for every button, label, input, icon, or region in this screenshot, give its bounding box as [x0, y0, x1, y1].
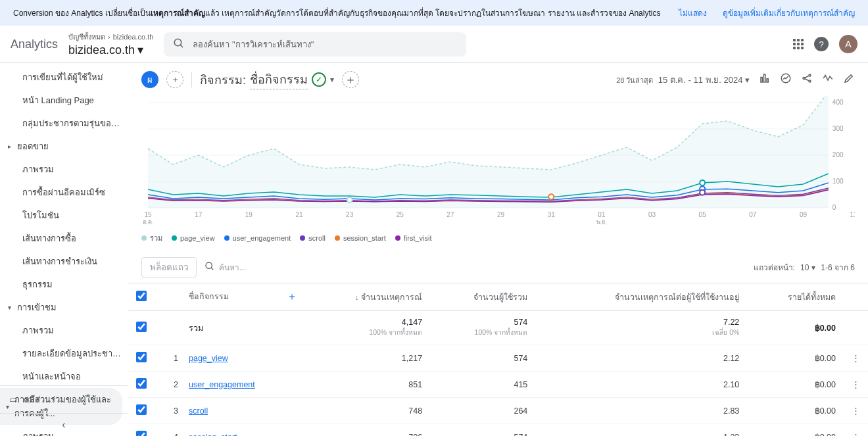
plot-rows-button[interactable]: พล็อตแถว [141, 257, 197, 278]
sidebar-item[interactable]: รายละเอียดข้อมูลประชากร [0, 342, 128, 365]
sidebar-item[interactable]: โปรโมชัน [0, 204, 128, 227]
share-icon[interactable] [801, 72, 813, 87]
svg-point-7 [809, 74, 811, 76]
legend-item[interactable]: scroll [300, 234, 326, 242]
sidebar-item[interactable]: หน้า Landing Page [0, 89, 128, 112]
analytics-logo: Analytics [11, 37, 58, 51]
apps-icon[interactable] [793, 39, 804, 49]
select-all-checkbox[interactable] [136, 291, 147, 301]
svg-point-40 [700, 180, 705, 185]
table-search-input[interactable]: ค้นหา... [205, 261, 246, 274]
svg-text:05: 05 [699, 211, 707, 218]
table-row: 4 session_start 706 574 1.23 ฿0.00 ⋮ [128, 424, 868, 437]
svg-text:400: 400 [832, 99, 844, 106]
row-menu-icon[interactable]: ⋮ [852, 380, 860, 389]
row-checkbox[interactable] [136, 352, 147, 362]
chevron-down-icon[interactable]: ▾ [330, 75, 334, 84]
svg-point-43 [206, 262, 212, 268]
legend-item[interactable]: user_engagement [224, 234, 291, 242]
banner-learn-more-link[interactable]: ดูข้อมูลเพิ่มเติมเกี่ยวกับเหตุการณ์สำคัญ [723, 7, 855, 19]
sidebar-item[interactable]: เส้นทางการซื้อ [0, 227, 128, 250]
sidebar-item[interactable]: หน้าและหน้าจอ [0, 365, 128, 388]
event-link[interactable]: page_view [189, 354, 228, 363]
svg-text:31: 31 [548, 211, 556, 218]
date-range-picker[interactable]: 28 วันล่าสุด 15 ต.ค. - 11 พ.ย. 2024 ▾ [616, 73, 750, 87]
legend-item[interactable]: page_view [172, 234, 215, 242]
svg-point-6 [803, 78, 805, 80]
row-menu-icon[interactable]: ⋮ [852, 433, 860, 436]
search-input[interactable]: ลองค้นหา "การวิเคราะห์เส้นทาง" [164, 32, 466, 57]
svg-point-8 [809, 80, 811, 82]
sidebar-group-sales[interactable]: ▸ยอดขาย [0, 135, 128, 158]
conversion-banner: Conversion ของ Analytics เปลี่ยนชื่อเป็น… [0, 0, 868, 26]
table-row: 1 page_view 1,217 574 2.12 ฿0.00 ⋮ [128, 345, 868, 372]
svg-text:11: 11 [850, 211, 855, 218]
event-link[interactable]: scroll [189, 406, 208, 416]
svg-text:09: 09 [800, 211, 808, 218]
svg-text:100: 100 [832, 178, 844, 185]
segment-chip[interactable]: ผ [141, 71, 158, 88]
customize-icon[interactable] [759, 72, 771, 87]
chevron-down-icon: ▾ [137, 43, 143, 57]
svg-text:พ.ย.: พ.ย. [596, 219, 607, 226]
svg-text:01: 01 [598, 211, 606, 218]
svg-text:19: 19 [245, 211, 253, 218]
insights-icon[interactable] [780, 72, 792, 87]
search-icon [173, 37, 185, 51]
svg-point-38 [347, 197, 352, 203]
search-icon [205, 261, 215, 274]
edit-icon[interactable] [843, 72, 855, 87]
row-menu-icon[interactable]: ⋮ [852, 406, 860, 416]
row-checkbox[interactable] [136, 378, 147, 389]
legend-item[interactable]: first_visit [395, 234, 432, 242]
table-row: 2 user_engagement 851 415 2.10 ฿0.00 ⋮ [128, 372, 868, 398]
sidebar-item[interactable]: ธุรกรรม [0, 273, 128, 296]
banner-dismiss-link[interactable]: ไม่แสดง [679, 7, 707, 19]
rows-per-page-select[interactable]: 10 ▾ [800, 263, 815, 272]
sidebar-item[interactable]: ภาพรวม [0, 158, 128, 181]
sidebar-item[interactable]: การเขียนที่ได้ผู้ใช้ใหม่ [0, 66, 128, 89]
insights-wave-icon[interactable] [822, 72, 834, 87]
svg-text:17: 17 [195, 211, 203, 218]
sidebar-item[interactable]: กลุ่มประชากรตามรุ่นของการได้... [0, 112, 128, 135]
sidebar-library[interactable]: ▭ คลัง [0, 385, 128, 413]
svg-text:0: 0 [832, 204, 836, 211]
row-checkbox[interactable] [136, 431, 147, 436]
event-link[interactable]: session_start [189, 433, 237, 437]
svg-text:29: 29 [497, 211, 505, 218]
svg-point-42 [700, 190, 705, 195]
row-menu-icon[interactable]: ⋮ [852, 354, 860, 363]
user-avatar[interactable]: A [839, 35, 857, 53]
legend-item[interactable]: รวม [141, 232, 162, 244]
check-icon: ✓ [312, 72, 326, 87]
svg-rect-2 [761, 78, 762, 83]
library-icon: ▭ [9, 395, 17, 404]
sidebar-item[interactable]: ภาพรวม [0, 319, 128, 342]
pagination-range: 1-6 จาก 6 [821, 261, 855, 274]
svg-text:27: 27 [446, 211, 454, 218]
sidebar-item[interactable]: เส้นทางการชำระเงิน [0, 250, 128, 273]
event-link[interactable]: user_engagement [189, 380, 255, 389]
row-checkbox[interactable] [136, 322, 147, 332]
chart-legend: รวมpage_viewuser_engagementscrollsession… [128, 230, 868, 252]
chevron-down-icon: ▾ [811, 263, 815, 272]
svg-line-44 [211, 268, 213, 270]
add-dimension-button[interactable]: ＋ [287, 290, 297, 304]
sidebar-collapse-btn[interactable]: ‹ [0, 413, 128, 436]
events-table: ชื่อกิจกรรม＋ ↓ จำนวนเหตุการณ์ จำนวนผู้ใช… [128, 283, 868, 436]
svg-text:ต.ค.: ต.ค. [143, 219, 154, 226]
property-selector[interactable]: บัญชีทั้งหมด›bizidea.co.th bizidea.co.th… [68, 31, 153, 57]
help-icon[interactable]: ? [814, 37, 829, 51]
dimension-picker[interactable]: ชื่อกิจกรรม [250, 70, 308, 89]
sidebar-item[interactable]: การซื้อผ่านอีคอมเมิร์ซ [0, 181, 128, 204]
legend-item[interactable]: session_start [335, 234, 386, 242]
add-comparison-button[interactable]: ＋ [342, 71, 359, 88]
chart: 010020030040015ต.ค.171921232527293101พ.ย… [128, 96, 868, 230]
add-segment-button[interactable]: ＋ [166, 71, 183, 88]
svg-text:23: 23 [346, 211, 354, 218]
svg-point-0 [175, 39, 182, 46]
svg-rect-4 [767, 79, 768, 82]
report-title: กิจกรรม: ชื่อกิจกรรม ✓ ▾ ＋ [200, 70, 359, 89]
row-checkbox[interactable] [136, 404, 147, 415]
sidebar-group-retain[interactable]: ▾การเข้าชม [0, 296, 128, 319]
